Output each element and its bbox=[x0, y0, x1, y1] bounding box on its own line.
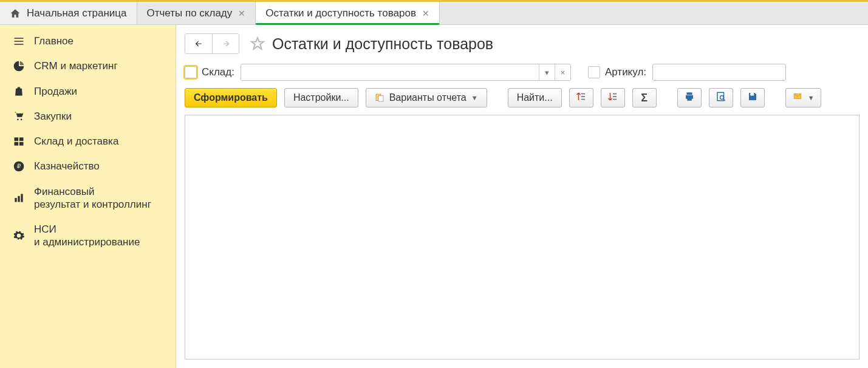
cart-icon bbox=[11, 110, 27, 122]
sku-input[interactable] bbox=[652, 64, 786, 81]
save-icon bbox=[747, 91, 758, 104]
boxes-icon bbox=[11, 135, 27, 148]
svg-text:₽: ₽ bbox=[17, 163, 21, 169]
home-icon bbox=[10, 8, 21, 19]
sidebar-item-label: Главное bbox=[34, 35, 167, 47]
dropdown-icon[interactable]: ▾ bbox=[539, 64, 555, 80]
nav-forward-button[interactable] bbox=[212, 34, 239, 53]
generate-button-label: Сформировать bbox=[194, 92, 268, 103]
sidebar-item-label: НСИ и администрирование bbox=[34, 223, 167, 249]
find-button-label: Найти... bbox=[517, 92, 553, 103]
svg-rect-3 bbox=[19, 137, 24, 141]
svg-rect-10 bbox=[21, 194, 22, 202]
preview-icon bbox=[716, 91, 726, 104]
sidebar-item-finance[interactable]: Финансовый результат и контроллинг bbox=[0, 179, 176, 217]
sidebar-item-label: Казначейство bbox=[34, 160, 167, 172]
collapse-all-button[interactable] bbox=[601, 88, 625, 107]
svg-rect-2 bbox=[15, 137, 19, 141]
menu-icon bbox=[11, 35, 27, 47]
sidebar-item-label: Продажи bbox=[34, 85, 167, 98]
settings-button[interactable]: Настройки... bbox=[284, 88, 358, 107]
save-button[interactable] bbox=[740, 88, 765, 107]
title-row: Остатки и доступность товаров bbox=[176, 25, 868, 58]
tab-current-label: Остатки и доступность товаров bbox=[265, 7, 416, 19]
sidebar-item-main[interactable]: Главное bbox=[0, 29, 176, 53]
ruble-icon: ₽ bbox=[11, 160, 27, 172]
sku-filter-label: Артикул: bbox=[605, 66, 646, 78]
toolbar: Сформировать Настройки... Варианты отчет… bbox=[176, 83, 868, 115]
tab-reports[interactable]: Отчеты по складу ✕ bbox=[137, 2, 256, 24]
sidebar-item-warehouse[interactable]: Склад и доставка bbox=[0, 129, 176, 154]
mail-icon bbox=[792, 92, 803, 103]
tab-home-label: Начальная страница bbox=[27, 7, 127, 19]
svg-rect-12 bbox=[378, 96, 383, 101]
find-button[interactable]: Найти... bbox=[508, 88, 562, 107]
svg-point-1 bbox=[21, 119, 22, 121]
svg-rect-5 bbox=[19, 141, 24, 145]
expand-icon bbox=[576, 91, 587, 104]
close-icon[interactable]: ✕ bbox=[422, 9, 429, 18]
sidebar-item-admin[interactable]: НСИ и администрирование bbox=[0, 217, 176, 255]
sidebar-item-crm[interactable]: CRM и маркетинг bbox=[0, 53, 176, 78]
report-variants-button[interactable]: Варианты отчета ▼ bbox=[366, 88, 487, 107]
tab-reports-label: Отчеты по складу bbox=[147, 7, 233, 19]
sigma-icon: Σ bbox=[641, 92, 648, 104]
barchart-icon bbox=[11, 192, 27, 204]
clear-icon[interactable]: × bbox=[555, 64, 570, 80]
nav-buttons bbox=[185, 33, 239, 54]
report-variants-label: Варианты отчета bbox=[389, 92, 466, 103]
svg-point-0 bbox=[17, 119, 19, 121]
chevron-down-icon: ▼ bbox=[471, 94, 478, 101]
main-panel: Остатки и доступность товаров Склад: ▾ ×… bbox=[176, 25, 868, 368]
sku-filter-checkbox[interactable] bbox=[588, 66, 600, 78]
sidebar-item-label: Закупки bbox=[34, 110, 167, 123]
settings-button-label: Настройки... bbox=[293, 92, 349, 103]
expand-all-button[interactable] bbox=[569, 88, 593, 107]
sum-button[interactable]: Σ bbox=[632, 88, 657, 107]
sidebar-item-label: Финансовый результат и контроллинг bbox=[34, 185, 167, 211]
sidebar-item-purchases[interactable]: Закупки bbox=[0, 104, 176, 129]
email-button[interactable]: ▼ bbox=[785, 88, 821, 107]
gear-icon bbox=[11, 230, 27, 242]
warehouse-combo: ▾ × bbox=[241, 64, 571, 81]
chevron-down-icon: ▼ bbox=[808, 94, 815, 101]
svg-rect-9 bbox=[18, 196, 19, 202]
preview-button[interactable] bbox=[709, 88, 733, 107]
svg-rect-8 bbox=[15, 198, 16, 202]
favorite-button[interactable] bbox=[248, 34, 267, 53]
sidebar-item-treasury[interactable]: ₽ Казначейство bbox=[0, 154, 176, 179]
close-icon[interactable]: ✕ bbox=[238, 9, 245, 18]
warehouse-filter-label: Склад: bbox=[202, 66, 234, 78]
tab-home[interactable]: Начальная страница bbox=[0, 2, 137, 24]
sidebar-item-label: Склад и доставка bbox=[34, 135, 167, 148]
tab-stock-availability[interactable]: Остатки и доступность товаров ✕ bbox=[256, 2, 440, 24]
filter-row: Склад: ▾ × Артикул: bbox=[176, 58, 868, 83]
report-icon bbox=[375, 93, 384, 103]
collapse-icon bbox=[607, 91, 618, 104]
bag-icon bbox=[11, 85, 27, 97]
generate-button[interactable]: Сформировать bbox=[185, 88, 277, 107]
print-icon bbox=[684, 91, 695, 104]
sidebar-item-label: CRM и маркетинг bbox=[34, 60, 167, 72]
warehouse-filter-checkbox[interactable] bbox=[185, 66, 197, 78]
warehouse-input[interactable] bbox=[241, 64, 539, 80]
sidebar-item-sales[interactable]: Продажи bbox=[0, 79, 176, 104]
svg-rect-4 bbox=[15, 141, 19, 145]
sidebar: Главное CRM и маркетинг Продажи Закупки bbox=[0, 25, 176, 368]
page-title: Остатки и доступность товаров bbox=[272, 35, 493, 53]
tabs-bar: Начальная страница Отчеты по складу ✕ Ос… bbox=[0, 2, 868, 25]
print-button[interactable] bbox=[677, 88, 702, 107]
nav-back-button[interactable] bbox=[185, 34, 212, 53]
piechart-icon bbox=[11, 60, 27, 72]
report-output-area[interactable] bbox=[185, 115, 859, 359]
